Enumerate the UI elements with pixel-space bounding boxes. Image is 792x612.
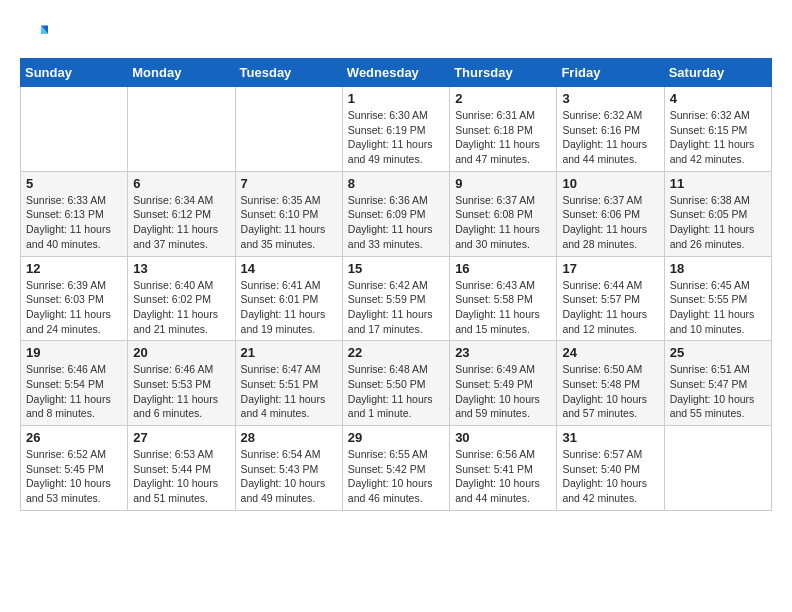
day-number: 29 bbox=[348, 430, 444, 445]
day-info: Sunrise: 6:49 AMSunset: 5:49 PMDaylight:… bbox=[455, 362, 551, 421]
day-info: Sunrise: 6:30 AMSunset: 6:19 PMDaylight:… bbox=[348, 108, 444, 167]
day-number: 13 bbox=[133, 261, 229, 276]
day-info: Sunrise: 6:46 AMSunset: 5:53 PMDaylight:… bbox=[133, 362, 229, 421]
day-info: Sunrise: 6:35 AMSunset: 6:10 PMDaylight:… bbox=[241, 193, 337, 252]
day-number: 23 bbox=[455, 345, 551, 360]
day-number: 11 bbox=[670, 176, 766, 191]
day-info: Sunrise: 6:37 AMSunset: 6:06 PMDaylight:… bbox=[562, 193, 658, 252]
logo-icon bbox=[20, 20, 48, 48]
calendar-week-row: 5 Sunrise: 6:33 AMSunset: 6:13 PMDayligh… bbox=[21, 171, 772, 256]
day-number: 22 bbox=[348, 345, 444, 360]
calendar-cell: 16 Sunrise: 6:43 AMSunset: 5:58 PMDaylig… bbox=[450, 256, 557, 341]
calendar-cell: 23 Sunrise: 6:49 AMSunset: 5:49 PMDaylig… bbox=[450, 341, 557, 426]
weekday-header: Friday bbox=[557, 59, 664, 87]
day-info: Sunrise: 6:32 AMSunset: 6:15 PMDaylight:… bbox=[670, 108, 766, 167]
day-number: 24 bbox=[562, 345, 658, 360]
day-info: Sunrise: 6:56 AMSunset: 5:41 PMDaylight:… bbox=[455, 447, 551, 506]
weekday-header: Sunday bbox=[21, 59, 128, 87]
calendar-week-row: 1 Sunrise: 6:30 AMSunset: 6:19 PMDayligh… bbox=[21, 87, 772, 172]
day-info: Sunrise: 6:36 AMSunset: 6:09 PMDaylight:… bbox=[348, 193, 444, 252]
day-info: Sunrise: 6:47 AMSunset: 5:51 PMDaylight:… bbox=[241, 362, 337, 421]
day-number: 14 bbox=[241, 261, 337, 276]
weekday-header: Wednesday bbox=[342, 59, 449, 87]
calendar-cell: 24 Sunrise: 6:50 AMSunset: 5:48 PMDaylig… bbox=[557, 341, 664, 426]
day-number: 25 bbox=[670, 345, 766, 360]
calendar-table: SundayMondayTuesdayWednesdayThursdayFrid… bbox=[20, 58, 772, 511]
day-info: Sunrise: 6:32 AMSunset: 6:16 PMDaylight:… bbox=[562, 108, 658, 167]
calendar-cell: 10 Sunrise: 6:37 AMSunset: 6:06 PMDaylig… bbox=[557, 171, 664, 256]
calendar-cell bbox=[128, 87, 235, 172]
calendar-cell: 26 Sunrise: 6:52 AMSunset: 5:45 PMDaylig… bbox=[21, 426, 128, 511]
calendar-cell: 2 Sunrise: 6:31 AMSunset: 6:18 PMDayligh… bbox=[450, 87, 557, 172]
day-info: Sunrise: 6:39 AMSunset: 6:03 PMDaylight:… bbox=[26, 278, 122, 337]
day-number: 20 bbox=[133, 345, 229, 360]
calendar-cell: 19 Sunrise: 6:46 AMSunset: 5:54 PMDaylig… bbox=[21, 341, 128, 426]
logo bbox=[20, 20, 52, 48]
day-info: Sunrise: 6:53 AMSunset: 5:44 PMDaylight:… bbox=[133, 447, 229, 506]
page-header bbox=[20, 20, 772, 48]
day-info: Sunrise: 6:48 AMSunset: 5:50 PMDaylight:… bbox=[348, 362, 444, 421]
calendar-cell: 17 Sunrise: 6:44 AMSunset: 5:57 PMDaylig… bbox=[557, 256, 664, 341]
calendar-cell: 3 Sunrise: 6:32 AMSunset: 6:16 PMDayligh… bbox=[557, 87, 664, 172]
calendar-cell bbox=[21, 87, 128, 172]
day-info: Sunrise: 6:38 AMSunset: 6:05 PMDaylight:… bbox=[670, 193, 766, 252]
weekday-header: Saturday bbox=[664, 59, 771, 87]
day-info: Sunrise: 6:41 AMSunset: 6:01 PMDaylight:… bbox=[241, 278, 337, 337]
day-info: Sunrise: 6:37 AMSunset: 6:08 PMDaylight:… bbox=[455, 193, 551, 252]
day-number: 21 bbox=[241, 345, 337, 360]
calendar-cell: 11 Sunrise: 6:38 AMSunset: 6:05 PMDaylig… bbox=[664, 171, 771, 256]
calendar-cell: 28 Sunrise: 6:54 AMSunset: 5:43 PMDaylig… bbox=[235, 426, 342, 511]
calendar-cell: 29 Sunrise: 6:55 AMSunset: 5:42 PMDaylig… bbox=[342, 426, 449, 511]
day-info: Sunrise: 6:46 AMSunset: 5:54 PMDaylight:… bbox=[26, 362, 122, 421]
day-info: Sunrise: 6:51 AMSunset: 5:47 PMDaylight:… bbox=[670, 362, 766, 421]
day-info: Sunrise: 6:43 AMSunset: 5:58 PMDaylight:… bbox=[455, 278, 551, 337]
day-info: Sunrise: 6:40 AMSunset: 6:02 PMDaylight:… bbox=[133, 278, 229, 337]
day-info: Sunrise: 6:50 AMSunset: 5:48 PMDaylight:… bbox=[562, 362, 658, 421]
day-info: Sunrise: 6:54 AMSunset: 5:43 PMDaylight:… bbox=[241, 447, 337, 506]
calendar-cell bbox=[235, 87, 342, 172]
day-info: Sunrise: 6:31 AMSunset: 6:18 PMDaylight:… bbox=[455, 108, 551, 167]
day-number: 19 bbox=[26, 345, 122, 360]
day-number: 4 bbox=[670, 91, 766, 106]
calendar-cell: 6 Sunrise: 6:34 AMSunset: 6:12 PMDayligh… bbox=[128, 171, 235, 256]
day-number: 9 bbox=[455, 176, 551, 191]
calendar-cell: 7 Sunrise: 6:35 AMSunset: 6:10 PMDayligh… bbox=[235, 171, 342, 256]
day-number: 31 bbox=[562, 430, 658, 445]
calendar-body: 1 Sunrise: 6:30 AMSunset: 6:19 PMDayligh… bbox=[21, 87, 772, 511]
calendar-cell: 12 Sunrise: 6:39 AMSunset: 6:03 PMDaylig… bbox=[21, 256, 128, 341]
weekday-row: SundayMondayTuesdayWednesdayThursdayFrid… bbox=[21, 59, 772, 87]
day-number: 6 bbox=[133, 176, 229, 191]
day-info: Sunrise: 6:33 AMSunset: 6:13 PMDaylight:… bbox=[26, 193, 122, 252]
calendar-week-row: 26 Sunrise: 6:52 AMSunset: 5:45 PMDaylig… bbox=[21, 426, 772, 511]
day-number: 10 bbox=[562, 176, 658, 191]
day-info: Sunrise: 6:45 AMSunset: 5:55 PMDaylight:… bbox=[670, 278, 766, 337]
day-number: 3 bbox=[562, 91, 658, 106]
weekday-header: Thursday bbox=[450, 59, 557, 87]
calendar-cell: 5 Sunrise: 6:33 AMSunset: 6:13 PMDayligh… bbox=[21, 171, 128, 256]
calendar-cell: 30 Sunrise: 6:56 AMSunset: 5:41 PMDaylig… bbox=[450, 426, 557, 511]
day-info: Sunrise: 6:55 AMSunset: 5:42 PMDaylight:… bbox=[348, 447, 444, 506]
day-number: 7 bbox=[241, 176, 337, 191]
day-number: 16 bbox=[455, 261, 551, 276]
calendar-cell: 21 Sunrise: 6:47 AMSunset: 5:51 PMDaylig… bbox=[235, 341, 342, 426]
calendar-cell: 27 Sunrise: 6:53 AMSunset: 5:44 PMDaylig… bbox=[128, 426, 235, 511]
calendar-cell: 9 Sunrise: 6:37 AMSunset: 6:08 PMDayligh… bbox=[450, 171, 557, 256]
calendar-week-row: 19 Sunrise: 6:46 AMSunset: 5:54 PMDaylig… bbox=[21, 341, 772, 426]
day-info: Sunrise: 6:42 AMSunset: 5:59 PMDaylight:… bbox=[348, 278, 444, 337]
day-number: 1 bbox=[348, 91, 444, 106]
day-number: 15 bbox=[348, 261, 444, 276]
day-number: 26 bbox=[26, 430, 122, 445]
calendar-header: SundayMondayTuesdayWednesdayThursdayFrid… bbox=[21, 59, 772, 87]
calendar-cell: 18 Sunrise: 6:45 AMSunset: 5:55 PMDaylig… bbox=[664, 256, 771, 341]
calendar-week-row: 12 Sunrise: 6:39 AMSunset: 6:03 PMDaylig… bbox=[21, 256, 772, 341]
calendar-cell: 20 Sunrise: 6:46 AMSunset: 5:53 PMDaylig… bbox=[128, 341, 235, 426]
day-number: 5 bbox=[26, 176, 122, 191]
day-info: Sunrise: 6:52 AMSunset: 5:45 PMDaylight:… bbox=[26, 447, 122, 506]
calendar-cell bbox=[664, 426, 771, 511]
calendar-cell: 8 Sunrise: 6:36 AMSunset: 6:09 PMDayligh… bbox=[342, 171, 449, 256]
day-number: 18 bbox=[670, 261, 766, 276]
calendar-cell: 1 Sunrise: 6:30 AMSunset: 6:19 PMDayligh… bbox=[342, 87, 449, 172]
day-info: Sunrise: 6:57 AMSunset: 5:40 PMDaylight:… bbox=[562, 447, 658, 506]
calendar-cell: 14 Sunrise: 6:41 AMSunset: 6:01 PMDaylig… bbox=[235, 256, 342, 341]
calendar-cell: 22 Sunrise: 6:48 AMSunset: 5:50 PMDaylig… bbox=[342, 341, 449, 426]
